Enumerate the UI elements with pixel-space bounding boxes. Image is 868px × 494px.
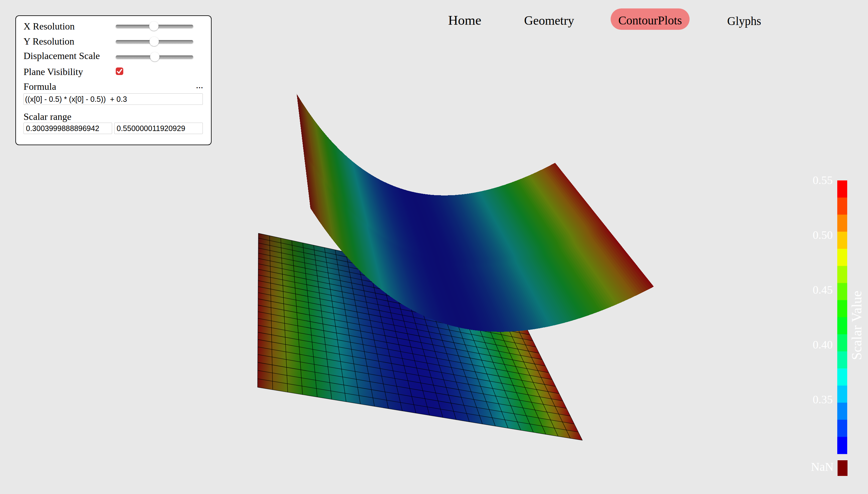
svg-text:0.35: 0.35 (813, 393, 833, 406)
svg-text:0.55: 0.55 (813, 174, 833, 187)
svg-text:0.40: 0.40 (813, 338, 833, 351)
svg-text:Scalar Value: Scalar Value (849, 291, 864, 360)
svg-text:0.50: 0.50 (813, 229, 833, 241)
svg-text:NaN: NaN (811, 460, 834, 474)
svg-text:0.45: 0.45 (813, 283, 833, 296)
